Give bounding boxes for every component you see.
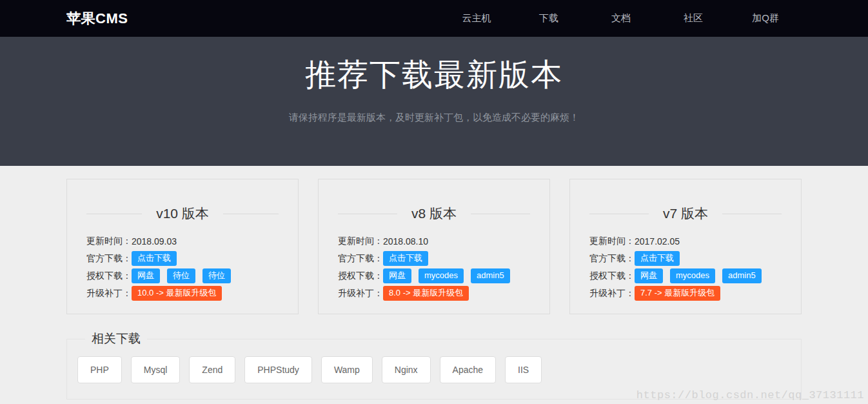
official-download-row: 官方下载： 点击下载 (589, 250, 782, 267)
nav-link-cloud-host[interactable]: 云主机 (440, 12, 513, 25)
auth-download-button[interactable]: 网盘 (635, 268, 663, 283)
official-download-label: 官方下载： (589, 253, 635, 265)
patch-row: 升级补丁： 10.0 -> 最新版升级包 (86, 285, 279, 302)
title-divider-line (589, 214, 649, 214)
nav-link-docs[interactable]: 文档 (585, 12, 657, 25)
title-divider-line (338, 214, 397, 214)
brand-logo[interactable]: 苹果CMS (66, 9, 128, 28)
patch-row: 升级补丁： 7.7 -> 最新版升级包 (589, 285, 782, 302)
official-download-button[interactable]: 点击下载 (635, 251, 680, 265)
auth-download-button[interactable]: 网盘 (383, 268, 411, 283)
auth-download-button[interactable]: mycodes (670, 268, 715, 283)
title-divider-line (223, 214, 279, 214)
auth-download-button[interactable]: 待位 (167, 268, 195, 283)
update-time-row: 更新时间： 2018.08.10 (338, 232, 530, 250)
official-download-button[interactable]: 点击下载 (132, 251, 177, 265)
hero-banner: 推荐下载最新版本 请保持程序是最新版本，及时更新补丁包，以免造成不必要的麻烦！ (0, 37, 868, 166)
auth-download-button[interactable]: admin5 (722, 268, 762, 283)
related-download-wamp[interactable]: Wamp (321, 356, 373, 383)
patch-download-button[interactable]: 8.0 -> 最新版升级包 (383, 286, 469, 300)
auth-download-label: 授权下载： (338, 270, 383, 282)
auth-download-row: 授权下载： 网盘 mycodes admin5 (338, 267, 530, 285)
official-download-row: 官方下载： 点击下载 (338, 250, 530, 267)
update-time-label: 更新时间： (338, 236, 383, 247)
auth-download-label: 授权下载： (589, 270, 635, 282)
title-divider-line (86, 214, 142, 214)
hero-subtitle: 请保持程序是最新版本，及时更新补丁包，以免造成不必要的麻烦！ (0, 112, 868, 124)
official-download-row: 官方下载： 点击下载 (86, 250, 279, 267)
related-download-php[interactable]: PHP (77, 356, 122, 383)
related-download-phpstudy[interactable]: PHPStudy (244, 356, 312, 383)
card-title-row: v10 版本 (86, 205, 279, 222)
nav-link-download[interactable]: 下载 (513, 12, 585, 25)
card-title: v10 版本 (156, 205, 209, 223)
patch-download-button[interactable]: 10.0 -> 最新版升级包 (132, 286, 222, 300)
version-card-v8: v8 版本 更新时间： 2018.08.10 官方下载： 点击下载 授权下载： … (318, 179, 550, 314)
related-download-nginx[interactable]: Nginx (382, 356, 431, 383)
title-divider-line (722, 214, 782, 214)
auth-download-button[interactable]: admin5 (471, 268, 510, 283)
related-download-apache[interactable]: Apache (440, 356, 496, 383)
related-buttons-row: PHP Mysql Zend PHPStudy Wamp Nginx Apach… (77, 356, 791, 383)
main-content: v10 版本 更新时间： 2018.09.03 官方下载： 点击下载 授权下载：… (66, 179, 802, 399)
official-download-label: 官方下载： (338, 253, 383, 265)
update-time-value: 2017.02.05 (635, 236, 680, 247)
card-title: v7 版本 (663, 205, 708, 223)
patch-label: 升级补丁： (86, 288, 132, 299)
patch-label: 升级补丁： (338, 288, 383, 299)
auth-download-row: 授权下载： 网盘 待位 待位 (86, 267, 279, 285)
auth-download-label: 授权下载： (86, 270, 132, 282)
patch-download-button[interactable]: 7.7 -> 最新版升级包 (635, 286, 720, 300)
version-card-v7: v7 版本 更新时间： 2017.02.05 官方下载： 点击下载 授权下载： … (569, 179, 802, 314)
update-time-value: 2018.08.10 (383, 236, 428, 247)
card-title-row: v7 版本 (589, 205, 782, 222)
card-title: v8 版本 (411, 205, 457, 223)
patch-row: 升级补丁： 8.0 -> 最新版升级包 (338, 285, 530, 302)
auth-download-button[interactable]: mycodes (419, 268, 464, 283)
update-time-label: 更新时间： (589, 236, 635, 247)
related-download-mysql[interactable]: Mysql (131, 356, 181, 383)
official-download-label: 官方下载： (86, 253, 132, 265)
version-card-v10: v10 版本 更新时间： 2018.09.03 官方下载： 点击下载 授权下载：… (66, 179, 299, 314)
card-title-row: v8 版本 (338, 205, 530, 222)
nav-link-qq-group[interactable]: 加Q群 (729, 12, 802, 25)
related-download-zend[interactable]: Zend (189, 356, 235, 383)
auth-download-button[interactable]: 网盘 (132, 268, 160, 283)
related-downloads-title: 相关下载 (85, 330, 147, 347)
auth-download-button[interactable]: 待位 (202, 268, 231, 283)
update-time-value: 2018.09.03 (132, 236, 177, 247)
related-download-iis[interactable]: IIS (505, 356, 542, 383)
patch-label: 升级补丁： (589, 288, 635, 299)
nav-links: 云主机 下载 文档 社区 加Q群 (440, 12, 802, 25)
official-download-button[interactable]: 点击下载 (383, 251, 428, 265)
auth-download-row: 授权下载： 网盘 mycodes admin5 (589, 267, 782, 285)
navbar: 苹果CMS 云主机 下载 文档 社区 加Q群 (0, 0, 868, 37)
version-cards-row: v10 版本 更新时间： 2018.09.03 官方下载： 点击下载 授权下载：… (66, 179, 802, 314)
update-time-row: 更新时间： 2018.09.03 (86, 232, 279, 250)
hero-title: 推荐下载最新版本 (0, 37, 868, 94)
update-time-row: 更新时间： 2017.02.05 (589, 232, 782, 250)
nav-link-community[interactable]: 社区 (657, 12, 729, 25)
update-time-label: 更新时间： (86, 236, 132, 247)
csdn-watermark: https://blog.csdn.net/qq_37131111 (636, 389, 864, 401)
title-divider-line (471, 214, 530, 214)
